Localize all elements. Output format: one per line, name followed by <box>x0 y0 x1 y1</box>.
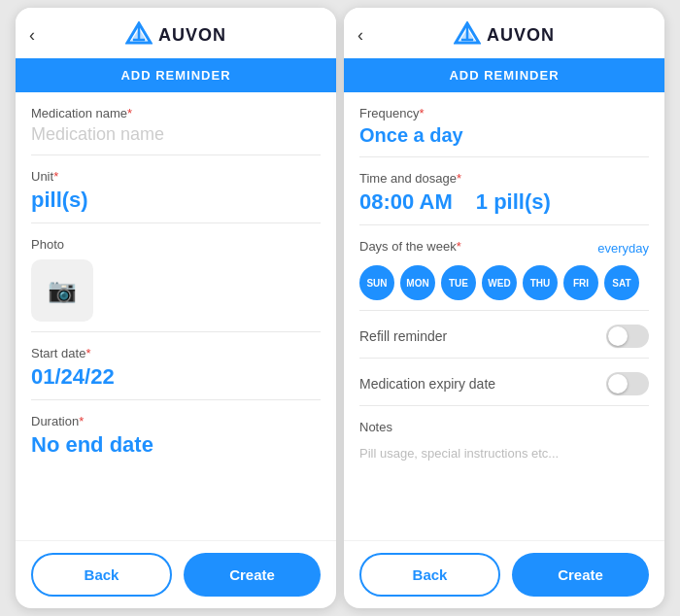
left-header: ‹ AUVON <box>16 8 336 58</box>
expiry-date-toggle[interactable] <box>606 372 649 395</box>
left-logo: AUVON <box>125 21 226 49</box>
camera-icon: 📷 <box>48 277 77 304</box>
photo-label: Photo <box>31 237 321 252</box>
refill-reminder-toggle[interactable] <box>606 325 649 348</box>
unit-value[interactable]: pill(s) <box>31 188 321 213</box>
left-phone: ‹ AUVON ADD REMINDER Medication name* Me… <box>16 8 336 608</box>
left-content: Medication name* Medication name Unit* p… <box>16 92 336 540</box>
day-mon[interactable]: MON <box>400 265 435 300</box>
frequency-label: Frequency* <box>359 106 649 120</box>
notes-section: Notes Pill usage, special instructions e… <box>359 406 649 473</box>
right-back-icon[interactable]: ‹ <box>357 25 363 46</box>
right-back-button[interactable]: Back <box>359 553 500 597</box>
left-back-icon[interactable]: ‹ <box>29 25 35 46</box>
auvon-logo-icon <box>125 21 153 49</box>
left-logo-text: AUVON <box>158 25 226 46</box>
right-header: ‹ AUVON <box>344 8 664 58</box>
day-tue[interactable]: TUE <box>441 265 476 300</box>
days-section: Days of the week* everyday SUN MON TUE W… <box>359 225 649 311</box>
day-thu[interactable]: THU <box>523 265 558 300</box>
expiry-date-label: Medication expiry date <box>359 376 495 392</box>
photo-upload-box[interactable]: 📷 <box>31 259 93 322</box>
days-row: SUN MON TUE WED THU FRI SAT <box>359 265 649 300</box>
frequency-value[interactable]: Once a day <box>359 124 649 147</box>
medication-name-section: Medication name* Medication name <box>31 92 321 155</box>
time-dosage-row: 08:00 AM 1 pill(s) <box>359 189 649 215</box>
notes-label: Notes <box>359 420 649 434</box>
left-create-button[interactable]: Create <box>184 553 321 597</box>
right-auvon-logo-icon <box>454 21 481 49</box>
days-header: Days of the week* everyday <box>359 239 649 257</box>
right-bottom-buttons: Back Create <box>344 540 664 608</box>
right-phone: ‹ AUVON ADD REMINDER Frequency* Once a d… <box>344 8 664 608</box>
day-wed[interactable]: WED <box>482 265 517 300</box>
days-label: Days of the week* <box>359 239 461 254</box>
time-value[interactable]: 08:00 AM <box>359 189 453 215</box>
frequency-section: Frequency* Once a day <box>359 92 649 157</box>
time-dosage-label: Time and dosage* <box>359 171 649 186</box>
everyday-link[interactable]: everyday <box>597 241 649 256</box>
dosage-value[interactable]: 1 pill(s) <box>476 189 551 215</box>
refill-reminder-row: Refill reminder <box>359 311 649 359</box>
start-date-value[interactable]: 01/24/22 <box>31 364 321 390</box>
unit-section: Unit* pill(s) <box>31 155 321 223</box>
duration-value[interactable]: No end date <box>31 432 321 458</box>
refill-reminder-label: Refill reminder <box>359 328 447 344</box>
medication-name-label: Medication name* <box>31 106 321 120</box>
left-back-button[interactable]: Back <box>31 553 172 597</box>
duration-section: Duration* No end date <box>31 400 321 467</box>
left-header-title: ADD REMINDER <box>120 68 230 83</box>
expiry-date-row: Medication expiry date <box>359 359 649 406</box>
start-date-label: Start date* <box>31 346 321 360</box>
time-dosage-section: Time and dosage* 08:00 AM 1 pill(s) <box>359 157 649 225</box>
unit-label: Unit* <box>31 169 321 184</box>
photo-section: Photo 📷 <box>31 223 321 332</box>
start-date-section: Start date* 01/24/22 <box>31 332 321 400</box>
right-header-bar: ADD REMINDER <box>344 58 664 92</box>
medication-name-input[interactable]: Medication name <box>31 124 321 145</box>
right-logo: AUVON <box>454 21 555 49</box>
right-content: Frequency* Once a day Time and dosage* 0… <box>344 92 664 540</box>
right-create-button[interactable]: Create <box>512 553 649 597</box>
right-header-title: ADD REMINDER <box>449 68 559 83</box>
left-header-bar: ADD REMINDER <box>16 58 336 92</box>
day-sun[interactable]: SUN <box>359 265 394 300</box>
right-logo-text: AUVON <box>487 25 555 46</box>
notes-input[interactable]: Pill usage, special instructions etc... <box>359 438 649 463</box>
day-sat[interactable]: SAT <box>604 265 639 300</box>
left-bottom-buttons: Back Create <box>16 540 336 608</box>
day-fri[interactable]: FRI <box>563 265 598 300</box>
duration-label: Duration* <box>31 414 321 428</box>
